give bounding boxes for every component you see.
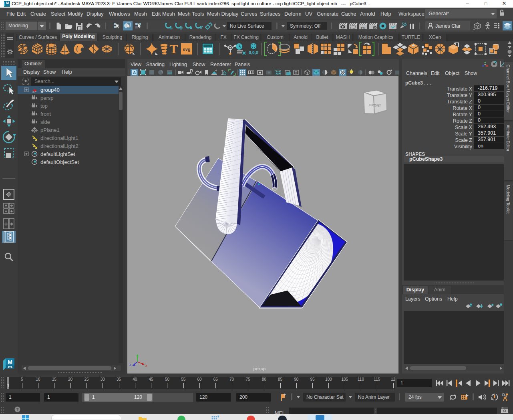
- svg-text:M: M: [6, 1, 9, 5]
- svg-text:?: ?: [16, 408, 18, 412]
- svg-text:x: x: [145, 363, 147, 368]
- svg-text:AYA: AYA: [8, 366, 13, 369]
- svg-text:IPR: IPR: [361, 26, 366, 29]
- svg-text:T: T: [295, 70, 298, 75]
- svg-text:FRONT: FRONT: [369, 103, 382, 108]
- svg-text:persp: persp: [253, 366, 266, 371]
- svg-text:svg: svg: [183, 47, 191, 52]
- svg-text:M: M: [8, 359, 12, 365]
- svg-text:A: A: [133, 71, 136, 75]
- svg-text:T: T: [169, 42, 178, 56]
- svg-text:z: z: [129, 363, 131, 367]
- svg-text:0,0,0: 0,0,0: [249, 50, 258, 55]
